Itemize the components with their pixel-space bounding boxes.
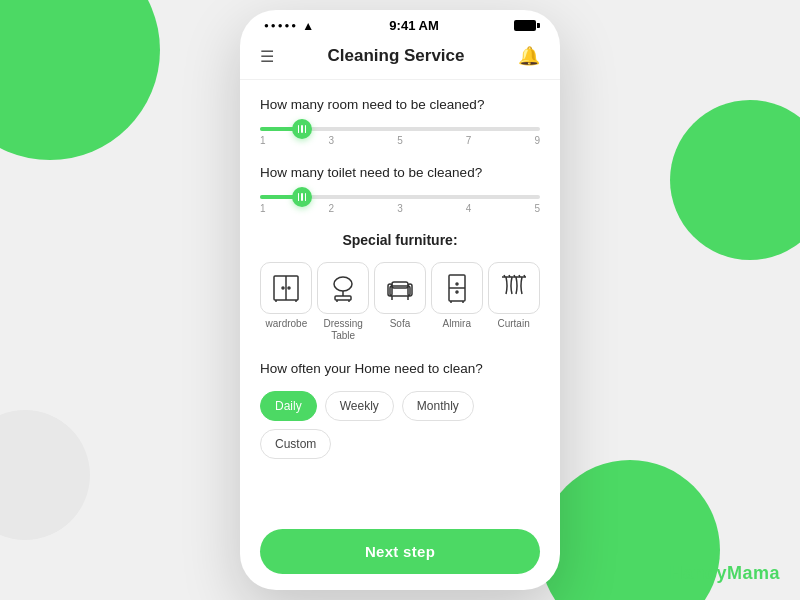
dressing-table-icon-box xyxy=(317,262,369,314)
svg-point-20 xyxy=(456,291,458,293)
toilets-thumb-line-1 xyxy=(298,193,300,201)
thumb-line-2 xyxy=(301,125,303,133)
status-time: 9:41 AM xyxy=(389,18,438,33)
wardrobe-label: wardrobe xyxy=(266,318,308,330)
phone-frame: ●●●●● ▲ 9:41 AM ☰ Cleaning Service 🔔 How… xyxy=(240,10,560,590)
sofa-icon xyxy=(384,272,416,304)
bg-circle-bottom-left xyxy=(0,410,90,540)
toilets-slider-thumb[interactable] xyxy=(292,187,312,207)
furniture-almira[interactable]: Almira xyxy=(431,262,483,342)
thumb-line-3 xyxy=(305,125,307,133)
bell-icon[interactable]: 🔔 xyxy=(518,45,540,67)
toilets-slider-track xyxy=(260,195,540,199)
freq-custom[interactable]: Custom xyxy=(260,429,331,459)
wifi-icon: ▲ xyxy=(302,19,314,33)
svg-point-6 xyxy=(334,277,352,291)
curtain-label: Curtain xyxy=(497,318,529,330)
svg-line-25 xyxy=(509,275,510,277)
rooms-question: How many room need to be cleaned? xyxy=(260,96,540,115)
wardrobe-icon-box xyxy=(260,262,312,314)
curtain-icon xyxy=(498,272,530,304)
thumb-line-1 xyxy=(298,125,300,133)
almira-icon-box xyxy=(431,262,483,314)
menu-icon[interactable]: ☰ xyxy=(260,47,274,66)
furniture-dressing-table[interactable]: DressingTable xyxy=(317,262,369,342)
frequency-question: How often your Home need to clean? xyxy=(260,360,540,379)
toilets-question: How many toilet need to be cleaned? xyxy=(260,164,540,183)
toilets-label-5: 5 xyxy=(534,203,540,214)
svg-line-26 xyxy=(514,275,515,277)
furniture-sofa[interactable]: Sofa xyxy=(374,262,426,342)
toilets-label-1: 1 xyxy=(260,203,266,214)
svg-line-27 xyxy=(519,275,520,277)
page-title: Cleaning Service xyxy=(327,46,464,66)
svg-rect-14 xyxy=(392,282,408,288)
toilets-thumb-line-3 xyxy=(305,193,307,201)
svg-line-28 xyxy=(524,275,525,277)
rooms-slider-track xyxy=(260,127,540,131)
thumb-lines xyxy=(298,125,307,133)
app-header: ☰ Cleaning Service 🔔 xyxy=(240,37,560,80)
furniture-wardrobe[interactable]: wardrobe xyxy=(260,262,312,342)
rooms-label-5: 5 xyxy=(397,135,403,146)
freq-monthly[interactable]: Monthly xyxy=(402,391,474,421)
curtain-icon-box xyxy=(488,262,540,314)
rooms-slider-container: 1 3 5 7 9 xyxy=(260,127,540,146)
furniture-grid: wardrobe DressingTable xyxy=(260,262,540,342)
brand-logo: HandyMama xyxy=(669,563,780,584)
toilets-thumb-line-2 xyxy=(301,193,303,201)
svg-rect-8 xyxy=(335,296,351,300)
furniture-section: Special furniture: wardrob xyxy=(260,232,540,342)
furniture-title: Special furniture: xyxy=(260,232,540,248)
toilets-label-3: 3 xyxy=(397,203,403,214)
freq-daily[interactable]: Daily xyxy=(260,391,317,421)
status-left: ●●●●● ▲ xyxy=(264,19,314,33)
battery-icon xyxy=(514,20,536,31)
signal-dots: ●●●●● xyxy=(264,21,298,30)
almira-icon xyxy=(441,272,473,304)
toilets-label-2: 2 xyxy=(329,203,335,214)
dressing-table-icon xyxy=(327,272,359,304)
frequency-options: Daily Weekly Monthly Custom xyxy=(260,391,540,459)
next-step-button[interactable]: Next step xyxy=(260,529,540,574)
toilets-label-4: 4 xyxy=(466,203,472,214)
bg-circle-top-left xyxy=(0,0,160,160)
svg-line-24 xyxy=(504,275,505,277)
almira-label: Almira xyxy=(443,318,471,330)
svg-point-2 xyxy=(282,287,284,289)
bg-circle-top-right xyxy=(670,100,800,260)
svg-point-3 xyxy=(288,287,290,289)
status-bar: ●●●●● ▲ 9:41 AM xyxy=(240,10,560,37)
svg-point-19 xyxy=(456,283,458,285)
rooms-section: How many room need to be cleaned? 1 3 xyxy=(260,96,540,146)
rooms-label-1: 1 xyxy=(260,135,266,146)
freq-weekly[interactable]: Weekly xyxy=(325,391,394,421)
sofa-icon-box xyxy=(374,262,426,314)
wardrobe-icon xyxy=(270,272,302,304)
dressing-table-label: DressingTable xyxy=(323,318,362,342)
rooms-label-7: 7 xyxy=(466,135,472,146)
rooms-slider-thumb[interactable] xyxy=(292,119,312,139)
furniture-curtain[interactable]: Curtain xyxy=(488,262,540,342)
sofa-label: Sofa xyxy=(390,318,411,330)
toilets-slider-container: 1 2 3 4 5 xyxy=(260,195,540,214)
frequency-section: How often your Home need to clean? Daily… xyxy=(260,360,540,459)
toilets-section: How many toilet need to be cleaned? 1 2 xyxy=(260,164,540,214)
toilets-thumb-lines xyxy=(298,193,307,201)
rooms-label-9: 9 xyxy=(534,135,540,146)
rooms-label-3: 3 xyxy=(329,135,335,146)
main-content: How many room need to be cleaned? 1 3 xyxy=(240,80,560,517)
bottom-area: Next step xyxy=(240,517,560,590)
